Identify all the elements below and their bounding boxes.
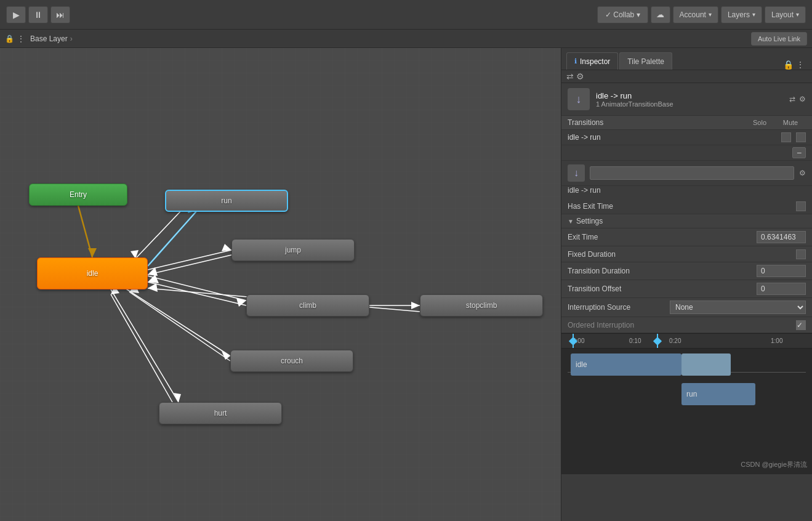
playhead-marker-diamond bbox=[653, 337, 662, 345]
transition-subtitle: 1 AnimatorTransitionBase bbox=[596, 100, 673, 108]
transition-offset-value[interactable]: 0 bbox=[757, 283, 806, 295]
svg-line-4 bbox=[148, 211, 197, 266]
interruption-source-select[interactable]: None Source State Destination State Sour… bbox=[670, 301, 806, 314]
lock-panel-icon[interactable]: 🔒 bbox=[783, 60, 794, 70]
timeline-ruler: 0:00 0:10 0:20 1:00 bbox=[561, 334, 812, 349]
inspector-gear-icon[interactable]: ⚙ bbox=[576, 71, 584, 81]
svg-marker-14 bbox=[411, 302, 420, 309]
has-exit-time-checkbox[interactable] bbox=[796, 201, 806, 211]
transition-selector-name: idle -> run bbox=[561, 186, 812, 198]
svg-marker-24 bbox=[174, 393, 181, 402]
interruption-source-row: Interruption Source None Source State De… bbox=[561, 298, 812, 317]
cloud-button[interactable]: ☁ bbox=[651, 6, 670, 23]
remove-transition-button[interactable]: − bbox=[792, 147, 806, 158]
collab-button[interactable]: ✓ Collab ▾ bbox=[597, 6, 648, 23]
svg-line-11 bbox=[148, 276, 246, 301]
svg-marker-1 bbox=[88, 248, 97, 257]
svg-line-9 bbox=[148, 255, 231, 275]
settings-header[interactable]: ▼ Settings bbox=[561, 214, 812, 228]
panel-tabs: ℹ Inspector Tile Palette 🔒 ⋮ bbox=[561, 48, 812, 70]
transition-header-actions: ⇄ ⚙ bbox=[789, 95, 806, 103]
playhead-marker[interactable] bbox=[657, 334, 658, 348]
svg-marker-16 bbox=[148, 283, 158, 292]
mute-checkbox[interactable] bbox=[796, 132, 806, 142]
svg-marker-18 bbox=[148, 275, 159, 283]
svg-line-17 bbox=[148, 282, 246, 305]
transition-icon: ↓ bbox=[568, 88, 590, 110]
state-node-crouch[interactable]: crouch bbox=[230, 350, 353, 372]
timeline-track-idle: idle bbox=[568, 353, 806, 378]
fixed-duration-checkbox[interactable] bbox=[796, 249, 806, 259]
playhead[interactable] bbox=[573, 334, 574, 348]
state-node-idle[interactable]: idle bbox=[37, 257, 148, 289]
transition-selector-input[interactable] bbox=[590, 166, 794, 180]
fixed-duration-row: Fixed Duration bbox=[561, 246, 812, 262]
layers-chevron-icon: ▾ bbox=[752, 11, 755, 18]
svg-line-23 bbox=[111, 289, 179, 402]
svg-marker-20 bbox=[222, 351, 230, 360]
ruler-marker-2: 0:20 bbox=[669, 337, 681, 344]
svg-line-5 bbox=[135, 207, 185, 259]
svg-line-21 bbox=[129, 292, 230, 361]
state-node-entry[interactable]: Entry bbox=[29, 184, 127, 206]
inspector-toolbar: ⇄ ⚙ bbox=[561, 70, 812, 83]
state-node-hurt[interactable]: hurt bbox=[159, 402, 282, 424]
right-panel: ℹ Inspector Tile Palette 🔒 ⋮ ⇄ ⚙ ↓ id bbox=[561, 48, 812, 521]
state-node-climb[interactable]: climb bbox=[246, 294, 369, 317]
play-button[interactable]: ▶ bbox=[6, 6, 26, 23]
ordered-interruption-row: Ordered Interruption ✓ bbox=[561, 317, 812, 333]
svg-line-7 bbox=[148, 250, 231, 270]
layout-dropdown[interactable]: Layout ▾ bbox=[765, 6, 806, 23]
inspector-adjust-icon[interactable]: ⇄ bbox=[566, 71, 574, 81]
inspector-content: ⇄ ⚙ ↓ idle -> run 1 AnimatorTransitionBa… bbox=[561, 70, 812, 521]
panel-tab-actions: 🔒 ⋮ bbox=[783, 60, 807, 70]
track-idle-blend bbox=[681, 353, 731, 376]
settings-triangle-icon: ▼ bbox=[568, 218, 574, 225]
solo-checkbox[interactable] bbox=[781, 132, 791, 142]
svg-marker-10 bbox=[148, 267, 158, 276]
layers-dropdown[interactable]: Layers ▾ bbox=[721, 6, 762, 23]
state-node-stopclimb[interactable]: stopclimb bbox=[420, 294, 543, 317]
watermark: CSDN @giegie界清流 bbox=[741, 460, 807, 469]
transition-duration-value[interactable]: 0 bbox=[757, 265, 806, 277]
tab-inspector[interactable]: ℹ Inspector bbox=[566, 52, 618, 70]
track-idle-block: idle bbox=[571, 353, 681, 376]
transition-list-item[interactable]: idle -> run bbox=[561, 130, 812, 145]
ordered-interruption-checkbox[interactable]: ✓ bbox=[796, 320, 806, 330]
timeline-body: idle run CSDN @giegie界清流 bbox=[561, 353, 812, 474]
transition-offset-row: Transition Offset 0 bbox=[561, 280, 812, 298]
svg-line-19 bbox=[123, 287, 230, 356]
transition-header: ↓ idle -> run 1 AnimatorTransitionBase ⇄… bbox=[561, 83, 812, 116]
main-toolbar: ▶ ⏸ ⏭ ✓ Collab ▾ ☁ Account ▾ Layers ▾ La… bbox=[0, 0, 812, 30]
playback-controls: ▶ ⏸ ⏭ bbox=[6, 6, 70, 23]
menu-icon[interactable]: ⋮ bbox=[17, 34, 25, 44]
main-area: Entry idle run jump climb stopclimb crou… bbox=[0, 48, 812, 521]
animator-canvas[interactable]: Entry idle run jump climb stopclimb crou… bbox=[0, 48, 561, 521]
has-exit-time-row: Has Exit Time bbox=[561, 198, 812, 214]
ruler-marker-1: 0:10 bbox=[629, 337, 641, 344]
breadcrumb-text: Base Layer bbox=[30, 34, 68, 43]
timeline-track-run: run bbox=[568, 383, 806, 405]
tab-tile-palette[interactable]: Tile Palette bbox=[619, 52, 672, 70]
layout-chevron-icon: ▾ bbox=[796, 11, 799, 18]
track-run-block: run bbox=[681, 383, 755, 405]
adjust-icon[interactable]: ⇄ bbox=[789, 95, 795, 103]
settings-icon[interactable]: ⚙ bbox=[799, 95, 806, 103]
panel-menu-icon[interactable]: ⋮ bbox=[796, 60, 805, 70]
transition-title: idle -> run bbox=[596, 91, 673, 100]
auto-live-link-button[interactable]: Auto Live Link bbox=[751, 32, 807, 46]
step-button[interactable]: ⏭ bbox=[50, 6, 70, 23]
state-node-jump[interactable]: jump bbox=[231, 239, 355, 261]
svg-marker-8 bbox=[222, 244, 231, 251]
transition-duration-row: Transition Duration 0 bbox=[561, 262, 812, 280]
selector-gear-icon[interactable]: ⚙ bbox=[799, 169, 806, 177]
transition-info: idle -> run 1 AnimatorTransitionBase bbox=[596, 91, 673, 108]
pause-button[interactable]: ⏸ bbox=[28, 6, 48, 23]
state-node-run[interactable]: run bbox=[165, 190, 288, 212]
exit-time-value[interactable]: 0.6341463 bbox=[757, 231, 806, 243]
account-dropdown[interactable]: Account ▾ bbox=[673, 6, 718, 23]
breadcrumb-toolbar: 🔒 ⋮ Base Layer › Auto Live Link bbox=[0, 30, 812, 48]
interruption-source-dropdown[interactable]: None Source State Destination State Sour… bbox=[670, 301, 806, 314]
transitions-section-header: Transitions Solo Mute bbox=[561, 116, 812, 130]
svg-line-25 bbox=[111, 294, 172, 402]
